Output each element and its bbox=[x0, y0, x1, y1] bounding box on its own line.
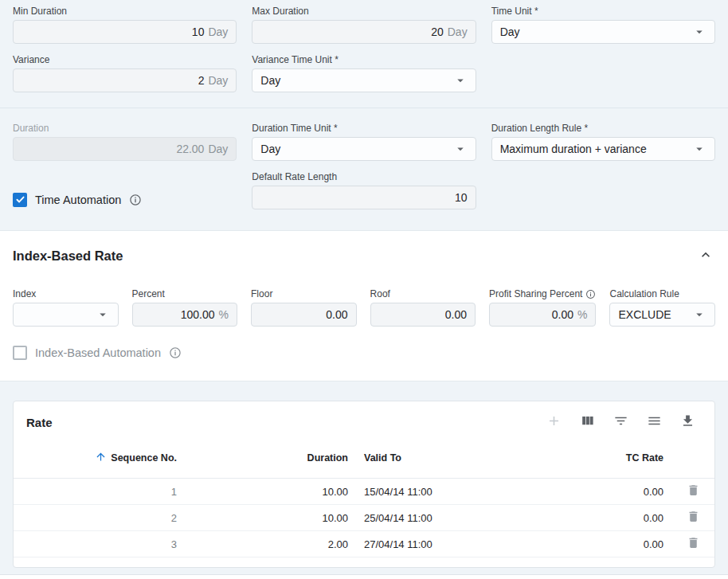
rate-card-title: Rate bbox=[26, 416, 53, 429]
calculation-rule-label: Calculation Rule bbox=[609, 288, 715, 299]
download-button[interactable] bbox=[680, 413, 695, 431]
index-based-automation-label: Index-Based Automation bbox=[35, 346, 161, 359]
trash-icon bbox=[687, 510, 700, 526]
roof-input[interactable]: 0.00 bbox=[370, 303, 476, 327]
percent-input[interactable]: 100.00 % bbox=[132, 303, 238, 327]
default-rate-length-input[interactable]: 10 bbox=[252, 186, 476, 209]
variance-input[interactable]: 2 Day bbox=[13, 68, 237, 92]
index-label: Index bbox=[13, 288, 119, 299]
section-divider bbox=[0, 108, 728, 108]
percent-label: Percent bbox=[132, 288, 238, 299]
index-select[interactable] bbox=[13, 303, 119, 327]
min-duration-label: Min Duration bbox=[13, 6, 237, 17]
chevron-down-icon bbox=[453, 73, 468, 88]
profit-sharing-percent-input[interactable]: 0.00 % bbox=[489, 303, 596, 327]
max-duration-field: Max Duration 20 Day bbox=[252, 6, 476, 44]
index-based-automation-row: Index-Based Automation bbox=[0, 346, 728, 360]
default-rate-length-field: Default Rate Length 10 bbox=[252, 171, 476, 209]
variance-field: Variance 2 Day bbox=[13, 54, 237, 92]
form-row-2: Variance 2 Day Variance Time Unit * Day bbox=[0, 54, 728, 92]
rate-card-header: Rate bbox=[14, 401, 714, 441]
profit-sharing-percent-field: Profit Sharing Percent 0.00 % bbox=[489, 288, 596, 327]
variance-time-unit-select[interactable]: Day bbox=[252, 68, 476, 92]
column-header-tc-rate[interactable]: TC Rate bbox=[500, 441, 671, 479]
max-duration-input[interactable]: 20 Day bbox=[252, 20, 476, 44]
info-icon[interactable] bbox=[129, 194, 142, 206]
duration-length-rule-select[interactable]: Maximum duration + variance bbox=[491, 137, 715, 161]
delete-row-button[interactable] bbox=[685, 482, 702, 501]
roof-field: Roof 0.00 bbox=[370, 288, 476, 327]
variance-time-unit-label: Variance Time Unit * bbox=[252, 54, 476, 65]
duration-length-rule-field: Duration Length Rule * Maximum duration … bbox=[491, 123, 715, 161]
floor-input[interactable]: 0.00 bbox=[251, 303, 357, 327]
filter-button[interactable] bbox=[613, 413, 628, 431]
density-icon bbox=[647, 413, 662, 431]
time-automation-row: Time Automation bbox=[13, 190, 237, 209]
rate-toolbar bbox=[546, 413, 702, 431]
index-based-rate-header: Index-Based Rate bbox=[0, 245, 728, 267]
calculation-rule-select[interactable]: EXCLUDE bbox=[609, 303, 715, 327]
columns-button[interactable] bbox=[580, 413, 595, 431]
info-icon[interactable] bbox=[169, 346, 182, 359]
chevron-up-icon bbox=[698, 247, 714, 265]
trash-icon bbox=[687, 536, 700, 552]
form-row-3: Duration 22.00 Day Duration Time Unit * … bbox=[0, 123, 728, 161]
time-unit-label: Time Unit * bbox=[491, 6, 715, 17]
section-title: Index-Based Rate bbox=[13, 248, 123, 264]
chevron-down-icon bbox=[96, 307, 110, 322]
columns-icon bbox=[580, 413, 595, 431]
floor-field: Floor 0.00 bbox=[251, 288, 357, 327]
time-unit-select[interactable]: Day bbox=[491, 20, 715, 44]
form-row-4: Time Automation Default Rate Length 10 bbox=[0, 171, 728, 209]
index-based-automation-checkbox bbox=[13, 346, 27, 360]
form-row-1: Min Duration 10 Day Max Duration 20 Day … bbox=[0, 6, 728, 44]
chevron-down-icon bbox=[453, 142, 468, 156]
column-header-actions bbox=[671, 441, 714, 479]
add-row-button[interactable] bbox=[546, 413, 562, 431]
table-row: 1 10.00 15/04/14 11:00 0.00 bbox=[14, 479, 714, 505]
variance-time-unit-field: Variance Time Unit * Day bbox=[252, 54, 476, 92]
duration-input: 22.00 Day bbox=[13, 137, 237, 161]
chevron-down-icon bbox=[692, 307, 706, 322]
time-automation-checkbox[interactable] bbox=[13, 193, 27, 207]
density-button[interactable] bbox=[647, 413, 662, 431]
index-based-rate-section: Index-Based Rate Index Percent 100.00 % bbox=[0, 230, 728, 381]
time-automation-label: Time Automation bbox=[35, 194, 121, 206]
duration-field: Duration 22.00 Day bbox=[13, 123, 237, 161]
roof-label: Roof bbox=[370, 288, 476, 299]
rate-table: Sequence No. Duration Valid To TC Rate 1… bbox=[14, 441, 714, 557]
sort-ascending-icon bbox=[95, 451, 107, 465]
index-fields-row: Index Percent 100.00 % Floor 0.00 Roof bbox=[0, 288, 728, 327]
filter-icon bbox=[613, 413, 628, 431]
table-header-row: Sequence No. Duration Valid To TC Rate bbox=[14, 441, 714, 479]
duration-length-rule-label: Duration Length Rule * bbox=[491, 123, 715, 134]
calculation-rule-field: Calculation Rule EXCLUDE bbox=[609, 288, 715, 327]
table-row: 3 2.00 27/04/14 11:00 0.00 bbox=[14, 531, 714, 557]
rate-card: Rate bbox=[13, 401, 715, 568]
plus-icon bbox=[546, 413, 562, 431]
duration-label: Duration bbox=[13, 123, 237, 134]
min-duration-field: Min Duration 10 Day bbox=[13, 6, 237, 44]
index-field: Index bbox=[13, 288, 119, 327]
max-duration-label: Max Duration bbox=[252, 6, 476, 17]
variance-label: Variance bbox=[13, 54, 237, 65]
chevron-down-icon bbox=[692, 142, 706, 156]
duration-time-unit-select[interactable]: Day bbox=[252, 137, 476, 161]
time-unit-field: Time Unit * Day bbox=[491, 6, 715, 44]
collapse-section-button[interactable] bbox=[696, 245, 715, 267]
duration-time-unit-field: Duration Time Unit * Day bbox=[252, 123, 476, 161]
trash-icon bbox=[687, 483, 700, 499]
table-row: 2 10.00 25/04/14 11:00 0.00 bbox=[14, 505, 714, 531]
column-header-duration[interactable]: Duration bbox=[185, 441, 356, 479]
delete-row-button[interactable] bbox=[685, 508, 702, 527]
min-duration-input[interactable]: 10 Day bbox=[13, 20, 237, 44]
download-icon bbox=[680, 413, 695, 431]
next-section-edge bbox=[0, 574, 728, 579]
column-header-sequence[interactable]: Sequence No. bbox=[14, 441, 185, 479]
default-rate-length-label: Default Rate Length bbox=[252, 171, 476, 182]
info-icon[interactable] bbox=[585, 289, 596, 299]
chevron-down-icon bbox=[692, 25, 706, 39]
delete-row-button[interactable] bbox=[685, 534, 702, 554]
percent-field: Percent 100.00 % bbox=[132, 288, 238, 327]
column-header-valid-to[interactable]: Valid To bbox=[356, 441, 500, 479]
